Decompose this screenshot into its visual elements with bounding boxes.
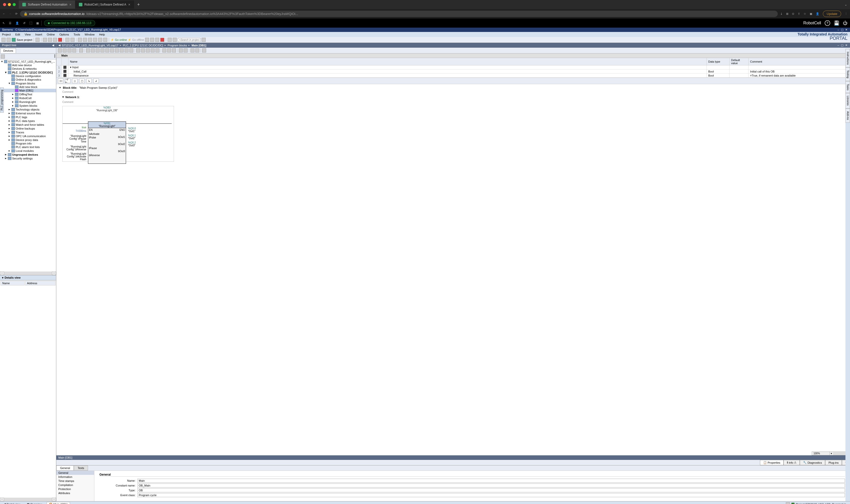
editor-tb-icon[interactable] <box>96 49 100 53</box>
editor-tb-icon[interactable] <box>191 49 195 53</box>
cursor-icon[interactable]: ↖ <box>2 21 5 25</box>
tb-icon[interactable] <box>150 38 154 42</box>
overview-button[interactable]: ▦ Overview <box>25 502 44 504</box>
interface-row[interactable]: 3⬛ RemanenceBool=True, if remanent data … <box>57 73 850 77</box>
zoom-dropdown-icon[interactable]: ▾ <box>830 452 833 455</box>
paste-icon[interactable] <box>53 38 57 42</box>
sidebar-compilation[interactable]: Compilation <box>56 483 94 487</box>
tree-item[interactable]: ▸RobotCell <box>0 96 56 100</box>
tree-item[interactable]: Program info <box>0 142 56 145</box>
tab-properties[interactable]: 📋 Properties <box>760 460 783 465</box>
tb-icon[interactable] <box>98 38 102 42</box>
reload-icon[interactable]: ⟳ <box>15 12 18 16</box>
search-icon[interactable]: ⊙ <box>792 12 794 16</box>
browser-tab-2[interactable]: RobotCell | Software Defined A × <box>75 0 134 8</box>
tree-item[interactable]: ▾S71211C_V17_LED_RunningLight_... <box>0 59 56 64</box>
no-contact-icon[interactable]: ⊣⊢ <box>58 78 64 83</box>
block-comment[interactable]: Comment <box>57 90 849 94</box>
help-icon[interactable]: ? <box>825 20 830 26</box>
new-project-icon[interactable] <box>1 38 5 42</box>
tree-item[interactable]: Online & diagnostics <box>0 78 56 82</box>
subtab-texts[interactable]: Texts <box>74 466 88 470</box>
tree-item[interactable]: ▸RunningLight <box>0 100 56 104</box>
url-field[interactable]: 🔒 console.softwaredefinedautomation.io/i… <box>20 11 778 17</box>
new-tab-button[interactable]: + <box>134 2 143 7</box>
update-button[interactable]: Update <box>823 11 841 17</box>
tab-info[interactable]: ℹ Info ⚠ <box>783 460 800 465</box>
compile-icon[interactable] <box>78 38 82 42</box>
tree-item[interactable]: ▸External source files <box>0 111 56 115</box>
editor-tb-icon[interactable] <box>202 49 206 53</box>
tree-item[interactable]: ▸Traces <box>0 130 56 134</box>
tree-item[interactable]: ▸Online backups <box>0 126 56 130</box>
branch-close-icon[interactable]: ↲ <box>93 78 99 83</box>
editor-tb-icon[interactable] <box>184 49 188 53</box>
editor-tb-icon[interactable] <box>120 49 124 53</box>
main-tab-button[interactable]: 📦 Main (OB1) <box>47 502 70 504</box>
col-comment[interactable]: Comment <box>748 58 850 66</box>
prop-input[interactable] <box>138 488 845 492</box>
tree-item[interactable]: Devices & networks <box>0 67 56 71</box>
save-project-button[interactable]: Save project <box>17 38 32 41</box>
editor-tb-icon[interactable] <box>125 49 129 53</box>
prop-input[interactable] <box>138 479 845 483</box>
browser-tab-1[interactable]: Software Defined Automation × <box>19 0 75 8</box>
editor-tb-icon[interactable] <box>129 49 133 53</box>
open-project-icon[interactable] <box>6 38 11 42</box>
exit-icon[interactable]: ⏻ <box>843 20 848 26</box>
redo-icon[interactable] <box>71 38 75 42</box>
block-title-value[interactable]: "Main Program Sweep (Cycle)" <box>79 86 117 89</box>
tree-item[interactable]: ▸Ungrouped devices <box>0 152 56 157</box>
editor-tb-icon[interactable] <box>146 49 150 53</box>
tree-item[interactable]: Main [OB1] <box>0 89 56 92</box>
tb-icon[interactable] <box>103 38 107 42</box>
extension-icon[interactable]: ⊞ <box>786 12 789 16</box>
editor-tb-icon[interactable] <box>62 49 67 53</box>
network-comment[interactable]: Comment <box>57 100 849 104</box>
editor-tb-icon[interactable] <box>105 49 109 53</box>
tree-hscroll[interactable]: ‹› <box>0 271 56 275</box>
cut-icon[interactable] <box>43 38 47 42</box>
editor-tb-icon[interactable] <box>86 49 90 53</box>
tia-window-controls[interactable]: – ▢ ✕ <box>837 28 848 32</box>
tree-view-icon[interactable] <box>55 54 55 58</box>
editor-tb-icon[interactable] <box>162 49 166 53</box>
interface-row[interactable]: 2⬛ Initial_CallBoolInitial call of this … <box>57 70 850 73</box>
tree-item[interactable]: Add new device <box>0 64 56 67</box>
profile-icon[interactable]: 👤 <box>816 12 819 16</box>
tree-icon[interactable] <box>1 54 5 58</box>
editor-tb-icon[interactable] <box>115 49 119 53</box>
branch-icon[interactable]: ↳ <box>86 78 92 83</box>
sidebar-timestamps[interactable]: Time stamps <box>56 479 94 483</box>
search-in-project-input[interactable] <box>178 38 201 42</box>
tab-instructions[interactable]: Instructions <box>846 49 850 68</box>
print-icon[interactable] <box>36 38 39 42</box>
menu-project[interactable]: Project <box>0 33 13 36</box>
tb-icon[interactable] <box>155 38 159 42</box>
install-icon[interactable]: ⤓ <box>780 12 782 16</box>
menu-view[interactable]: View <box>22 33 33 36</box>
fullscreen-icon[interactable]: ⛶ <box>30 21 32 25</box>
tabs-dropdown-icon[interactable]: ⌄ <box>845 3 847 6</box>
nc-contact-icon[interactable]: ⊣/⊢ <box>65 78 71 83</box>
tree-item[interactable]: ▸Local modules <box>0 149 56 152</box>
box-icon[interactable]: ▢ <box>79 78 85 83</box>
menu-edit[interactable]: Edit <box>13 33 22 36</box>
save-icon[interactable] <box>12 38 16 42</box>
tree-item[interactable]: Add new block <box>0 85 56 89</box>
list-icon[interactable]: ☰ <box>9 21 12 25</box>
delete-icon[interactable] <box>58 38 62 42</box>
editor-tb-icon[interactable] <box>136 49 140 53</box>
upload-icon[interactable] <box>88 38 92 42</box>
col-address[interactable]: Address <box>25 281 56 286</box>
maximize-window[interactable] <box>13 3 16 6</box>
breadcrumb-item[interactable]: Main [OB1] <box>192 44 206 47</box>
subtab-general[interactable]: General <box>56 466 74 470</box>
prop-input[interactable] <box>138 484 845 487</box>
tree-item[interactable]: ▸System blocks <box>0 104 56 108</box>
tree-item[interactable]: Device configuration <box>0 74 56 78</box>
sidebar-protection[interactable]: Protection <box>56 487 94 491</box>
devices-tab[interactable]: Devices <box>0 48 16 53</box>
tree-item[interactable]: ▸PLC data types <box>0 119 56 123</box>
editor-tb-icon[interactable] <box>151 49 155 53</box>
